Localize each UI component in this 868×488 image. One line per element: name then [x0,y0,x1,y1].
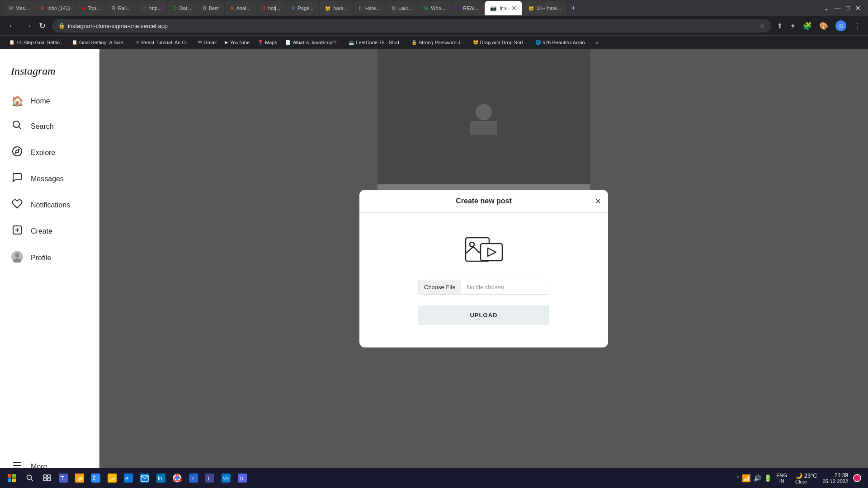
taskbar-discord-icon[interactable]: D [235,471,250,485]
tab-hare[interactable]: H Hare... [354,1,386,15]
network-icon[interactable]: 📶 [742,474,751,483]
taskbar-teams-icon[interactable]: T [56,471,71,485]
tab-hotjar[interactable]: H hotj... [257,1,286,15]
tab-real[interactable]: R REAl... [452,1,484,15]
tab-laur[interactable]: M Laur... [387,1,418,15]
upload-button[interactable]: UPLOAD [418,305,549,325]
bookmark-js[interactable]: 📄 What is JavaScript?... [282,39,344,46]
menu-icon[interactable]: ⋮ [852,20,863,32]
tab-github2[interactable]: 🐱 1K+ hare... [523,1,566,15]
tab-close-icon[interactable]: ✕ [511,5,517,12]
bookmark-react[interactable]: ⚛ React Tutorial: An O... [132,39,194,46]
taskbar-edge-icon[interactable]: e [121,471,136,485]
taskbar-notification-icon[interactable] [850,471,864,485]
battery-icon[interactable]: 🔋 [764,474,772,482]
svg-text:VS: VS [223,476,230,481]
sidebar-item-notifications[interactable]: Notifications [5,193,94,217]
svg-text:📂: 📂 [109,475,116,482]
modal-close-button[interactable]: × [595,196,601,206]
browser-tab-bar: M Mas... M Inbo (141) ▶ Top... R Rail...… [0,0,868,16]
bookmark-526[interactable]: 🌐 526 Beautiful Arran... [532,39,593,46]
tab-who[interactable]: W Who... [419,1,451,15]
tab-gmail[interactable]: M Inbo (141) [35,1,75,15]
reload-button[interactable]: ↻ [36,19,48,33]
secure-icon: 🔒 [58,23,65,29]
taskbar-todo-icon[interactable]: ✓ [186,471,201,485]
svg-rect-31 [47,478,51,481]
sidebar-item-explore[interactable]: Explore [5,141,94,165]
choose-file-button[interactable]: Choose File [419,280,461,294]
color-icon[interactable]: 🎨 [817,20,830,32]
start-button[interactable] [4,470,20,486]
minimize-button[interactable]: — [835,5,841,12]
tab-youtube[interactable]: ▶ Top... [76,1,106,15]
tab-list-button[interactable]: ⌄ [824,5,829,12]
sidebar-label-notifications: Notifications [31,201,70,209]
bookmark-gmail[interactable]: ✉ Gmail [194,39,220,46]
forward-button[interactable]: → [21,19,34,33]
tab-page[interactable]: P Page... [287,1,319,15]
profile-avatar [11,251,24,265]
file-input-row: Choose File No file chosen [418,280,549,295]
taskbar-teams2-icon[interactable]: T [203,471,217,485]
tab-analytics[interactable]: A Anal... [225,1,256,15]
taskbar-chrome-icon[interactable] [170,471,184,485]
bookmark-leetcode[interactable]: 💻 LeetCode 75 - Stud... [345,39,407,46]
bookmark-drag[interactable]: 🐱 Drag and Drop Sort... [469,39,531,46]
tab-http[interactable]: ⬡ http... [137,1,167,15]
bookmark-maps[interactable]: 📍 Maps [254,39,281,46]
close-button[interactable]: ✕ [855,5,861,12]
bookmark-goal2[interactable]: 📋 Goal Setting: A Scie... [68,39,131,46]
taskbar-files-icon[interactable]: 📂 [105,471,119,485]
bookmark-password[interactable]: 🔒 Strong Password J... [408,39,468,46]
svg-text:📁: 📁 [77,475,84,482]
svg-line-27 [31,479,33,481]
url-bar[interactable]: 🔒 instagram-clone-sigma-one.vercel.app ☆ [52,19,771,33]
bookmark-star-icon[interactable]: ☆ [760,23,765,29]
taskbar-linkedin-icon[interactable]: in [154,471,168,485]
maximize-button[interactable]: □ [846,5,850,12]
profile-icon[interactable]: S [834,19,848,33]
svg-text:Z: Z [93,476,95,481]
task-view-button[interactable] [40,471,54,485]
back-button[interactable]: ← [5,19,19,33]
tab-data[interactable]: D Dat... [168,1,197,15]
tray-arrow-icon[interactable]: ^ [737,475,740,481]
sidebar-item-search[interactable]: Search [5,114,94,139]
tab-github1[interactable]: 🐱 hare... [320,1,353,15]
tray-icons: ^ 📶 🔊 🔋 [737,474,772,483]
taskbar-zoom-icon[interactable]: Z [89,471,103,485]
bookmark-icon[interactable]: ✦ [788,20,797,32]
sidebar-item-profile[interactable]: Profile [5,245,94,271]
share-icon[interactable]: ⬆ [775,20,784,32]
sidebar-item-messages[interactable]: Messages [5,167,94,191]
svg-text:T: T [61,475,64,482]
language-indicator[interactable]: ENG IN [774,473,790,483]
content-area: Liked by 0 People 46 minutes ago Add a c… [99,49,868,488]
new-tab-button[interactable]: + [567,4,580,13]
tab-best[interactable]: B Best [198,1,224,15]
tab-mastodon[interactable]: M Mas... [4,1,34,15]
taskbar-vscode-icon[interactable]: VS [219,471,233,485]
taskbar-mail-icon[interactable] [137,471,152,485]
tab-instagram[interactable]: 📷 Ir x ✕ [485,1,522,15]
messages-icon [11,172,24,186]
svg-rect-28 [43,475,47,477]
bookmark-youtube[interactable]: ▶ YouTube [221,39,253,46]
address-bar: ← → ↻ 🔒 instagram-clone-sigma-one.vercel… [0,16,868,35]
taskbar-clock[interactable]: 21:39 05-12-2022 [823,472,848,484]
svg-text:✓: ✓ [191,476,195,481]
taskbar-explorer-icon[interactable]: 📁 [72,471,87,485]
bookmark-goal1[interactable]: 📋 14-Step Goal Settin... [5,39,67,46]
extensions-icon[interactable]: 🧩 [801,20,814,32]
volume-icon[interactable]: 🔊 [754,474,761,482]
svg-rect-24 [8,479,11,482]
sidebar-label-search: Search [31,122,54,131]
sidebar-item-create[interactable]: Create [5,219,94,244]
bookmarks-more-icon[interactable]: » [595,39,599,46]
svg-point-56 [854,474,861,482]
taskbar-search-button[interactable] [22,471,38,485]
tab-railway[interactable]: R Rail... [107,1,136,15]
sidebar-item-home[interactable]: 🏠 Home [5,90,94,113]
weather-widget[interactable]: 🌙 23°C Clear [792,472,821,484]
